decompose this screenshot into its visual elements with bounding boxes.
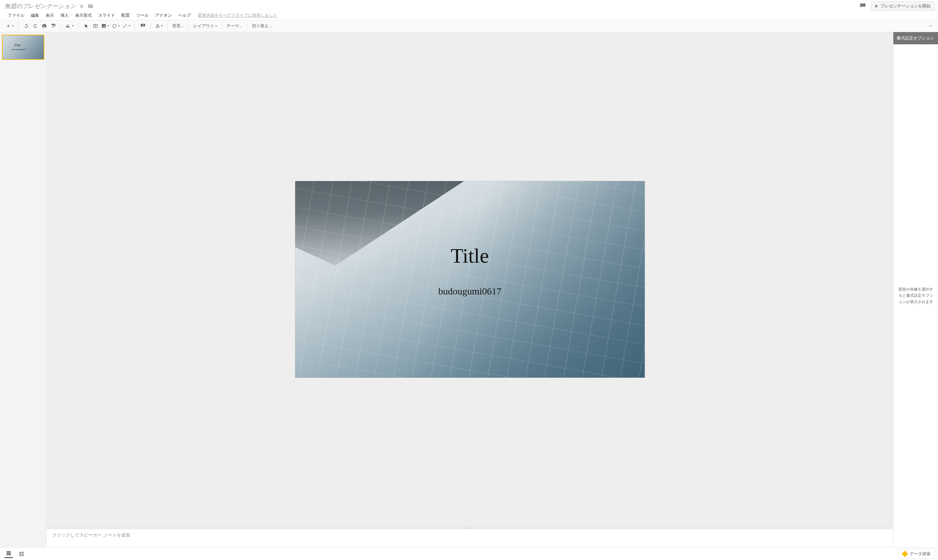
menu-view[interactable]: 表示 <box>42 11 57 20</box>
document-title[interactable]: 無題のプレゼンテーション <box>5 2 76 10</box>
format-options-panel: 書式設定オプション 図形や画像を選択すると書式設定オプションが表示されます <box>893 32 938 547</box>
thumbnail-subtitle: budougumi0617 <box>12 48 26 51</box>
collapse-toolbar-button[interactable] <box>926 22 935 31</box>
speaker-notes[interactable]: クリックしてスピーカー ノートを追加 <box>46 529 893 547</box>
folder-icon[interactable] <box>87 3 94 9</box>
menu-slide[interactable]: スライド <box>95 11 118 20</box>
menu-edit[interactable]: 編集 <box>28 11 42 20</box>
format-options-placeholder: 図形や画像を選択すると書式設定オプションが表示されます <box>896 286 935 305</box>
svg-rect-7 <box>22 552 24 554</box>
slide-background-pattern <box>295 181 645 377</box>
present-button[interactable]: プレゼンテーションを開始 <box>871 1 935 11</box>
svg-rect-5 <box>6 554 11 555</box>
play-icon <box>875 5 878 8</box>
new-slide-button[interactable] <box>5 22 15 31</box>
toolbar: あ 背景... レイアウト テーマ... 切り替え... <box>0 20 938 32</box>
print-button[interactable] <box>40 22 49 31</box>
grid-view-button[interactable] <box>17 550 26 558</box>
theme-button[interactable]: テーマ... <box>223 22 246 31</box>
comment-add-button[interactable] <box>139 22 148 31</box>
explore-icon <box>902 551 908 557</box>
svg-rect-3 <box>6 551 11 552</box>
explore-button-label: データ探索 <box>910 551 930 557</box>
shape-button[interactable] <box>111 22 121 31</box>
menu-arrange[interactable]: 配置 <box>118 11 133 20</box>
paint-format-button[interactable] <box>49 22 58 31</box>
comments-button[interactable] <box>858 1 868 11</box>
textbox-button[interactable] <box>91 22 100 31</box>
slide-title-text[interactable]: Title <box>451 244 489 268</box>
svg-rect-4 <box>6 553 11 554</box>
line-button[interactable] <box>121 22 132 31</box>
select-tool-button[interactable] <box>82 22 91 31</box>
slide-thumbnail-1[interactable]: Title budougumi0617 <box>2 35 44 60</box>
save-status[interactable]: 変更内容をすべてドライブに保存しました <box>198 12 277 18</box>
slide[interactable]: Title budougumi0617 <box>295 181 645 378</box>
redo-button[interactable] <box>31 22 40 31</box>
star-icon[interactable] <box>79 3 85 9</box>
notes-splitter[interactable] <box>46 527 893 529</box>
menu-tools[interactable]: ツール <box>133 11 152 20</box>
thumbnail-title: Title <box>14 43 20 47</box>
undo-button[interactable] <box>22 22 31 31</box>
menu-insert[interactable]: 挿入 <box>57 11 72 20</box>
transition-button[interactable]: 切り替え... <box>249 22 275 31</box>
slide-subtitle-text[interactable]: budougumi0617 <box>438 286 501 297</box>
present-button-label: プレゼンテーションを開始 <box>881 3 930 9</box>
menu-file[interactable]: ファイル <box>5 11 28 20</box>
svg-rect-9 <box>22 554 24 556</box>
menu-bar: ファイル 編集 表示 挿入 表示形式 スライド 配置 ツール アドオン ヘルプ … <box>0 11 938 20</box>
format-options-header: 書式設定オプション <box>893 32 938 44</box>
svg-line-2 <box>123 25 127 28</box>
menu-format[interactable]: 表示形式 <box>72 11 95 20</box>
input-method-button[interactable]: あ <box>154 22 164 31</box>
background-button[interactable]: 背景... <box>169 22 187 31</box>
zoom-button[interactable] <box>65 22 75 31</box>
layout-button[interactable]: レイアウト <box>190 22 220 31</box>
image-button[interactable] <box>100 22 111 31</box>
explore-button[interactable]: データ探索 <box>898 549 935 559</box>
svg-rect-6 <box>19 552 21 554</box>
filmstrip[interactable]: Title budougumi0617 <box>0 32 46 547</box>
svg-point-1 <box>113 25 116 28</box>
slide-canvas-area[interactable]: Title budougumi0617 <box>46 32 893 527</box>
menu-help[interactable]: ヘルプ <box>175 11 194 20</box>
menu-addons[interactable]: アドオン <box>152 11 175 20</box>
svg-rect-8 <box>19 554 21 556</box>
filmstrip-view-button[interactable] <box>5 550 13 558</box>
